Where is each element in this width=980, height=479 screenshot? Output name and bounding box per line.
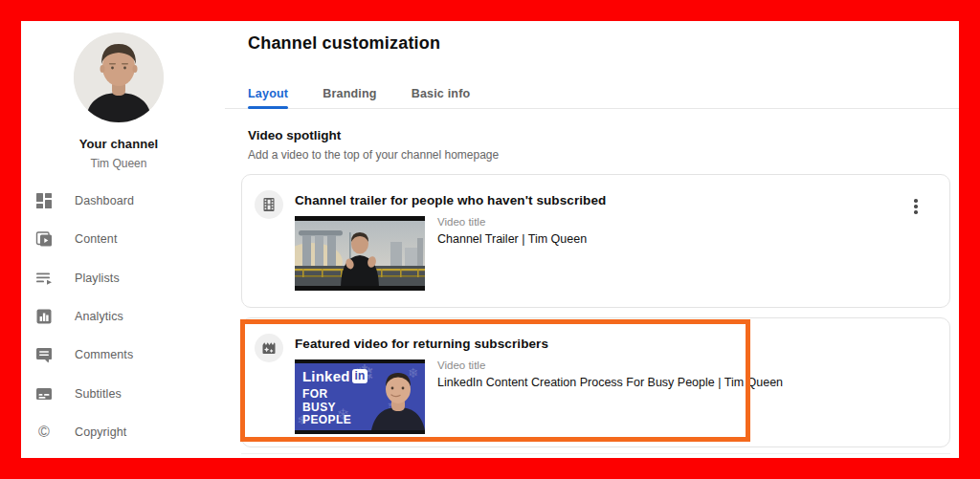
avatar-portrait [74,33,164,122]
next-card-top-edge [241,453,950,454]
sidebar-nav: Dashboard Content [21,182,225,451]
sidebar-item-comments[interactable]: Comments [21,336,225,374]
trailer-thumbnail[interactable] [295,216,425,291]
analytics-icon [35,308,53,325]
card-heading: Channel trailer for people who haven't s… [295,193,606,207]
section-subtitle: Add a video to the top of your channel h… [248,148,499,162]
sidebar-item-copyright[interactable]: © Copyright [21,413,225,451]
linkedin-logo: Linked in [302,368,368,384]
channel-identity: Your channel Tim Queen [21,137,216,170]
tab-branding[interactable]: Branding [323,80,376,108]
video-meta: Video title Channel Trailer | Tim Queen [437,216,587,246]
film-icon [255,190,283,219]
video-title-value: LinkedIn Content Creation Process For Bu… [437,376,783,389]
sidebar-item-dashboard[interactable]: Dashboard [21,182,225,220]
card-heading: Featured video for returning subscribers [295,337,548,351]
thumbnail-person [368,363,425,430]
content-icon [35,230,53,248]
channel-label: Your channel [21,137,216,151]
copyright-icon: © [35,424,53,441]
tab-bar: Layout Branding Basic info [225,80,959,109]
channel-avatar[interactable] [74,33,164,122]
sidebar-item-playlists[interactable]: Playlists [21,259,225,297]
sidebar-item-content[interactable]: Content [21,220,225,258]
thumbnail-caption: FOR BUSY PEOPLE [302,388,351,427]
sidebar: Your channel Tim Queen Dashboard [21,21,225,458]
tab-layout[interactable]: Layout [248,80,288,108]
linkedin-in-badge: in [352,369,368,383]
featured-video-card: Featured video for returning subscribers… [241,317,950,447]
main-content: Channel customization Layout Branding Ba… [225,21,959,458]
playlists-icon [35,270,53,287]
page-title: Channel customization [248,33,440,54]
featured-video-icon [255,334,283,362]
video-title-label: Video title [437,359,783,371]
linkedin-thumbnail-art: ❄ ❄ ❄ ❄ ❄ Linked in FOR BUSY PEOPLE [295,363,425,430]
featured-thumbnail[interactable]: ❄ ❄ ❄ ❄ ❄ Linked in FOR BUSY PEOPLE [295,359,425,434]
sidebar-item-subtitles[interactable]: Subtitles [21,374,225,412]
studio-page: Your channel Tim Queen Dashboard [21,21,959,458]
channel-trailer-card: Channel trailer for people who haven't s… [241,174,950,308]
video-title-value: Channel Trailer | Tim Queen [437,232,587,246]
kebab-menu-button[interactable] [907,194,924,219]
video-meta: Video title LinkedIn Content Creation Pr… [437,359,783,389]
comments-icon [35,346,53,363]
tab-basic-info[interactable]: Basic info [412,80,471,108]
sidebar-item-analytics[interactable]: Analytics [21,297,225,336]
section-title: Video spotlight [248,128,341,142]
dashboard-icon [35,192,53,209]
channel-name: Tim Queen [21,157,216,170]
subtitles-icon [35,385,53,403]
video-title-label: Video title [437,216,587,228]
